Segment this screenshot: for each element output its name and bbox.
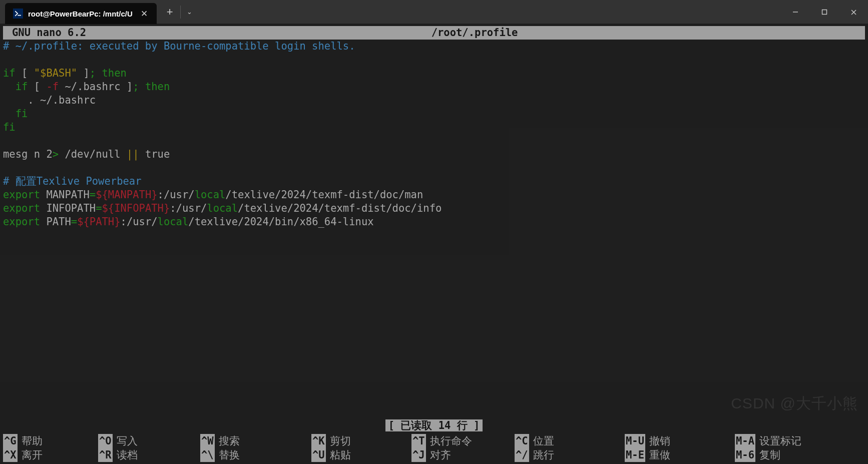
shortcut-J: ^J对齐: [411, 448, 515, 462]
shortcut-C: ^C位置: [515, 434, 625, 448]
shortcut-key: ^T: [411, 434, 426, 448]
shortcut-MU: M-U撤销: [625, 434, 735, 448]
shortcut-key: ^U: [311, 448, 326, 462]
minimize-button[interactable]: [781, 0, 810, 24]
shortcut-O: ^O写入: [98, 434, 200, 448]
shortcut-label: 复制: [759, 448, 780, 462]
svg-rect-1: [822, 10, 827, 15]
shortcut-label: 写入: [117, 434, 138, 448]
shortcut-label: 撤销: [649, 434, 670, 448]
powershell-icon: [13, 9, 23, 19]
shortcut-label: 跳行: [533, 448, 554, 462]
shortcut-key: M-6: [735, 448, 755, 462]
shortcut-key: ^G: [3, 434, 18, 448]
shortcut-label: 替换: [219, 448, 240, 462]
shortcut-key: ^/: [515, 448, 529, 462]
new-tab-button[interactable]: +: [160, 0, 180, 24]
shortcut-M6: M-6复制: [735, 448, 780, 462]
shortcut-row-2: ^X离开^R读档^\替换^U粘贴^J对齐^/跳行M-E重做M-6复制: [3, 448, 865, 462]
shortcut-key: M-A: [735, 434, 755, 448]
shortcut-label: 读档: [117, 448, 138, 462]
window-controls: [781, 0, 868, 24]
tab-active[interactable]: root@PowerBearPc: /mnt/c/U ✕: [5, 3, 157, 24]
shortcut-key: ^C: [515, 434, 529, 448]
shortcut-U: ^U粘贴: [311, 448, 411, 462]
shortcut-key: ^O: [98, 434, 113, 448]
shortcut-label: 粘贴: [330, 448, 351, 462]
shortcut-label: 离开: [22, 448, 43, 462]
shortcut-key: M-U: [625, 434, 645, 448]
shortcut-key: ^\: [200, 448, 215, 462]
nano-title-bar: GNU nano 6.2 /root/.profile: [3, 26, 865, 40]
shortcut-label: 剪切: [330, 434, 351, 448]
shortcut-key: ^K: [311, 434, 326, 448]
shortcut-W: ^W搜索: [200, 434, 311, 448]
nano-app-name: GNU nano 6.2: [12, 26, 86, 40]
maximize-button[interactable]: [810, 0, 839, 24]
shortcut-row-1: ^G帮助^O写入^W搜索^K剪切^T执行命令^C位置M-U撤销M-A设置标记: [3, 434, 865, 448]
shortcut-key: ^W: [200, 434, 215, 448]
shortcut-label: 搜索: [219, 434, 240, 448]
shortcut-MA: M-A设置标记: [735, 434, 801, 448]
shortcut-: ^/跳行: [515, 448, 625, 462]
shortcut-key: ^J: [411, 448, 426, 462]
nano-status-line: [ 已读取 14 行 ]: [0, 419, 868, 432]
shortcut-X: ^X离开: [3, 448, 98, 462]
tab-dropdown-button[interactable]: ⌄: [180, 6, 198, 19]
shortcut-key: ^R: [98, 448, 113, 462]
shortcut-label: 执行命令: [430, 434, 472, 448]
tab-title: root@PowerBearPc: /mnt/c/U: [28, 10, 133, 18]
watermark-text: CSDN @大千小熊: [731, 393, 858, 414]
shortcut-: ^\替换: [200, 448, 311, 462]
shortcut-label: 对齐: [430, 448, 451, 462]
shortcut-ME: M-E重做: [625, 448, 735, 462]
titlebar: root@PowerBearPc: /mnt/c/U ✕ + ⌄: [0, 0, 868, 24]
shortcut-label: 设置标记: [759, 434, 801, 448]
shortcut-key: M-E: [625, 448, 645, 462]
nano-filename: /root/.profile: [431, 26, 518, 40]
tab-close-button[interactable]: ✕: [138, 8, 151, 20]
editor-content[interactable]: # ~/.profile: executed by Bourne-compati…: [3, 40, 865, 229]
terminal-viewport[interactable]: GNU nano 6.2 /root/.profile # ~/.profile…: [0, 24, 868, 464]
shortcut-label: 帮助: [22, 434, 43, 448]
shortcut-K: ^K剪切: [311, 434, 411, 448]
shortcut-key: ^X: [3, 448, 18, 462]
shortcut-label: 位置: [533, 434, 554, 448]
shortcut-T: ^T执行命令: [411, 434, 515, 448]
nano-shortcut-bar: ^G帮助^O写入^W搜索^K剪切^T执行命令^C位置M-U撤销M-A设置标记 ^…: [3, 434, 865, 462]
shortcut-R: ^R读档: [98, 448, 200, 462]
close-button[interactable]: [839, 0, 868, 24]
shortcut-label: 重做: [649, 448, 670, 462]
shortcut-G: ^G帮助: [3, 434, 98, 448]
